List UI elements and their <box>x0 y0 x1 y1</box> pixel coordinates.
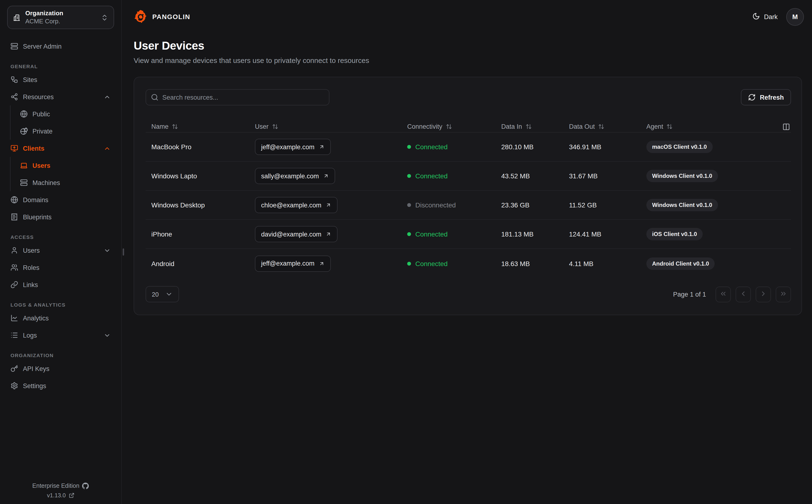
column-header-label: Agent <box>646 123 663 130</box>
org-selector[interactable]: Organization ACME Corp. <box>7 6 114 29</box>
column-header-agent[interactable]: Agent <box>646 123 778 130</box>
sidebar: Organization ACME Corp. Server AdminGENE… <box>0 0 122 504</box>
version-link[interactable]: v1.13.0 <box>0 492 121 499</box>
brand[interactable]: PANGOLIN <box>134 10 190 24</box>
table-header: NameUserConnectivityData InData OutAgent <box>145 121 791 133</box>
user-link-button[interactable]: jeff@example.com <box>255 139 331 155</box>
user-link-button[interactable]: david@example.com <box>255 226 338 242</box>
sidebar-item-api-keys[interactable]: API Keys <box>6 360 115 377</box>
sidebar-item-blueprints[interactable]: Blueprints <box>6 208 115 226</box>
theme-toggle[interactable]: Dark <box>753 12 778 21</box>
sidebar-item-links[interactable]: Links <box>6 276 115 293</box>
sidebar-item-public[interactable]: Public <box>10 105 115 123</box>
column-header-data-out[interactable]: Data Out <box>569 123 646 130</box>
sidebar-item-resources[interactable]: Resources <box>6 88 115 105</box>
sidebar-item-label: Analytics <box>23 314 111 322</box>
column-header-label: Data In <box>501 123 522 130</box>
status-label: Disconnected <box>415 201 456 209</box>
sidebar-item-label: Clients <box>23 145 99 152</box>
device-name: Windows Desktop <box>151 201 255 209</box>
page-info: Page 1 of 1 <box>673 291 706 298</box>
status-dot <box>407 262 411 265</box>
sidebar-item-settings[interactable]: Settings <box>6 377 115 394</box>
sidebar-item-label: Links <box>23 281 111 288</box>
list-icon <box>10 331 18 339</box>
device-name: iPhone <box>151 230 255 238</box>
sidebar-item-server-admin[interactable]: Server Admin <box>6 38 115 55</box>
user-link-button[interactable]: chloe@example.com <box>255 197 338 213</box>
column-header-connectivity[interactable]: Connectivity <box>407 123 501 130</box>
sort-icon <box>598 123 604 130</box>
first-page-button[interactable] <box>716 286 731 302</box>
chevron-down-icon <box>104 247 111 254</box>
arrow-up-right-icon <box>319 144 325 150</box>
sidebar-item-users[interactable]: Users <box>6 242 115 259</box>
gear-icon <box>10 382 18 390</box>
column-header-name[interactable]: Name <box>151 123 255 130</box>
sort-icon <box>272 123 278 130</box>
column-header-label: Connectivity <box>407 123 442 130</box>
receipt-icon <box>10 213 18 221</box>
user-icon <box>10 247 18 254</box>
chevron-left-icon <box>739 290 747 299</box>
user-link-button[interactable]: jeff@example.com <box>255 255 331 272</box>
last-page-button[interactable] <box>776 286 791 302</box>
sidebar-item-sites[interactable]: Sites <box>6 71 115 88</box>
chevron-up-icon <box>104 93 111 100</box>
user-email: david@example.com <box>261 231 322 238</box>
users-icon <box>10 264 18 271</box>
sidebar-item-users[interactable]: Users <box>10 157 115 174</box>
card-toolbar: Refresh <box>145 89 791 105</box>
building-icon <box>13 14 21 21</box>
sidebar-item-clients[interactable]: Clients <box>6 140 115 157</box>
sidebar-item-private[interactable]: Private <box>10 123 115 140</box>
search-input[interactable] <box>145 89 329 105</box>
pager-controls: Page 1 of 1 <box>673 286 791 302</box>
status-label: Connected <box>415 172 447 180</box>
panel-resize-handle[interactable] <box>123 248 124 256</box>
edition-link[interactable]: Enterprise Edition <box>0 483 121 489</box>
sidebar-item-label: Settings <box>23 382 111 389</box>
search-wrap <box>145 89 329 105</box>
prev-page-button[interactable] <box>736 286 751 302</box>
page-title: User Devices <box>134 39 812 52</box>
section-label-general: GENERAL <box>10 62 111 71</box>
monitor-up-icon <box>10 144 18 152</box>
moon-icon <box>753 12 760 21</box>
sidebar-nav: Server AdminGENERALSitesResourcesPublicP… <box>0 29 121 480</box>
subgroup-resources: PublicPrivate <box>10 105 115 140</box>
status-label: Connected <box>415 143 447 151</box>
status-dot <box>407 174 411 178</box>
sidebar-item-label: Users <box>23 247 99 254</box>
panel-gutter <box>122 0 134 504</box>
page-size-select[interactable]: 20 <box>145 286 179 302</box>
sidebar-item-domains[interactable]: Domains <box>6 191 115 208</box>
device-name: Windows Lapto <box>151 172 255 180</box>
refresh-button[interactable]: Refresh <box>741 89 791 105</box>
status-label: Connected <box>415 260 447 267</box>
section-label-logs-analytics: LOGS & ANALYTICS <box>10 300 111 309</box>
sidebar-item-machines[interactable]: Machines <box>10 174 115 191</box>
column-header-user[interactable]: User <box>255 123 407 130</box>
chevron-right-icon <box>760 290 767 299</box>
globe-lock-icon <box>20 127 28 135</box>
connectivity-status: Connected <box>407 143 501 151</box>
column-header-data-in[interactable]: Data In <box>501 123 569 130</box>
table-body: MacBook Projeff@example.comConnected280.… <box>145 133 791 278</box>
app: Organization ACME Corp. Server AdminGENE… <box>0 0 812 504</box>
agent-badge: macOS Client v0.1.0 <box>646 141 713 153</box>
column-settings-button[interactable] <box>781 122 791 131</box>
org-label: Organization <box>25 10 96 18</box>
user-link-button[interactable]: sally@example.com <box>255 168 335 184</box>
sidebar-item-roles[interactable]: Roles <box>6 259 115 276</box>
topbar-right: Dark M <box>753 8 804 26</box>
table-row: Windows Desktopchloe@example.comDisconne… <box>145 191 791 220</box>
next-page-button[interactable] <box>756 286 771 302</box>
sidebar-item-label: Resources <box>23 93 99 100</box>
sidebar-item-label: Private <box>32 128 111 135</box>
sidebar-item-analytics[interactable]: Analytics <box>6 309 115 327</box>
header-tools <box>778 122 791 131</box>
sidebar-item-label: Machines <box>32 179 111 186</box>
sidebar-item-logs[interactable]: Logs <box>6 327 115 344</box>
avatar[interactable]: M <box>786 8 804 26</box>
